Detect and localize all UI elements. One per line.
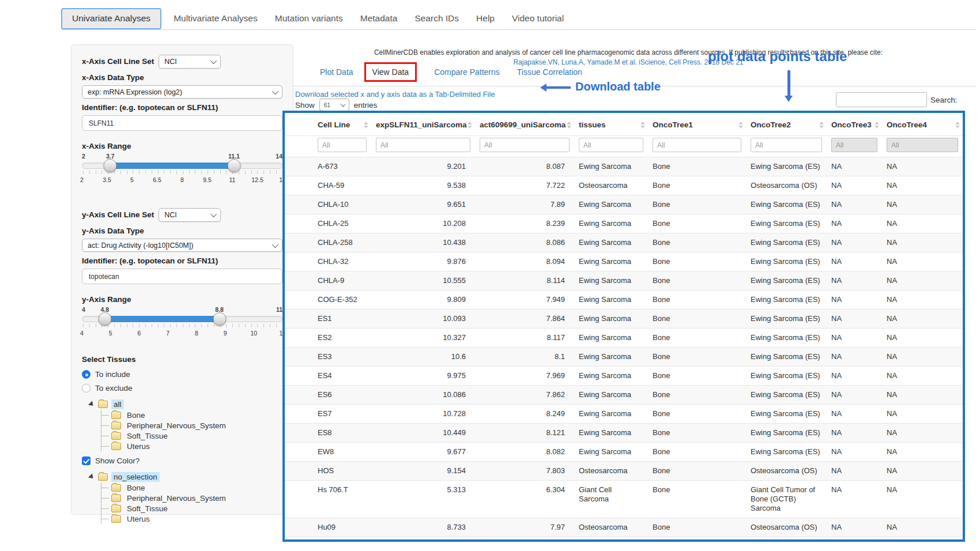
- tree-node-bone[interactable]: Bone: [101, 482, 282, 493]
- column-header-oncotree4[interactable]: OncoTree4: [882, 113, 963, 136]
- tree-node-label: Uterus: [125, 441, 152, 451]
- filter-input-oncotree2[interactable]: [751, 138, 822, 152]
- tree-node-peripheral-nervous-system[interactable]: Peripheral_Nervous_System: [101, 420, 282, 431]
- tree-node-no-selection[interactable]: no_selection: [89, 471, 282, 482]
- tree-node-bone[interactable]: Bone: [101, 410, 282, 420]
- cell-tissues: Osteosarcoma: [574, 518, 648, 537]
- column-header-oncotree2[interactable]: OncoTree2: [746, 113, 827, 136]
- column-header-act609699-unisarcoma[interactable]: act609699_uniSarcoma: [475, 113, 574, 136]
- folder-icon: [111, 484, 121, 492]
- view-tab-tissue-correlation[interactable]: Tissue Correlation: [517, 67, 582, 77]
- y-data-type-select[interactable]: act: Drug Activity (-log10[IC50M]): [82, 239, 282, 252]
- filter-input-expslfn11-unisarcoma[interactable]: [376, 138, 470, 152]
- cell-act609699-unisarcoma: 8.239: [475, 214, 574, 233]
- cell-oncotree3: NA: [827, 252, 882, 271]
- table-row: EW89.6778.082Ewing SarcomaBoneEwing Sarc…: [285, 443, 963, 462]
- radio-to-exclude[interactable]: To exclude: [82, 384, 282, 393]
- column-header-expslfn11-unisarcoma[interactable]: expSLFN11_uniSarcoma: [371, 113, 475, 136]
- sort-icon[interactable]: [738, 122, 743, 129]
- slider-handle-high[interactable]: [213, 312, 226, 326]
- nav-tab-video-tutorial[interactable]: Video tutorial: [503, 8, 572, 29]
- slider-handle-low[interactable]: [104, 159, 117, 172]
- sort-icon[interactable]: [364, 122, 368, 129]
- cell-oncotree3: NA: [827, 157, 882, 176]
- nav-tab-univariate-analyses[interactable]: Univariate Analyses: [61, 8, 161, 29]
- tree-node-soft-tissue[interactable]: Soft_Tissue: [101, 503, 282, 514]
- sort-icon[interactable]: [567, 122, 571, 129]
- filter-input-oncotree3[interactable]: [831, 138, 877, 152]
- filter-input-act609699-unisarcoma[interactable]: [480, 138, 570, 152]
- entries-label: entries: [354, 101, 378, 110]
- cell-oncotree4: NA: [882, 329, 963, 348]
- tree-node-uterus[interactable]: Uterus: [101, 441, 282, 451]
- tree-node-all[interactable]: all: [89, 398, 282, 410]
- nav-tab-help[interactable]: Help: [468, 8, 503, 29]
- nav-tab-search-ids[interactable]: Search IDs: [406, 8, 468, 29]
- cell-oncotree3: NA: [827, 386, 882, 405]
- cell-oncotree4: NA: [882, 252, 963, 271]
- y-cell-line-set-select[interactable]: NCI: [159, 208, 221, 222]
- column-header-cell-line[interactable]: Cell Line: [285, 113, 371, 136]
- select-tissues-label: Select Tissues: [82, 354, 282, 365]
- filter-input-oncotree4[interactable]: [887, 138, 958, 152]
- search-input[interactable]: [836, 92, 927, 107]
- nav-tab-multivariate-analyses[interactable]: Multivariate Analyses: [165, 8, 266, 29]
- sort-icon[interactable]: [468, 122, 472, 129]
- slider-handle-low[interactable]: [98, 312, 111, 326]
- filter-input-oncotree1[interactable]: [653, 138, 741, 152]
- sort-icon[interactable]: [955, 122, 960, 129]
- x-identifier-input[interactable]: [82, 115, 282, 131]
- tree-node-peripheral-nervous-system[interactable]: Peripheral_Nervous_System: [101, 493, 282, 503]
- cell-oncotree2: Ewing Sarcoma (ES): [746, 329, 827, 348]
- column-header-label: act609699_uniSarcoma: [480, 120, 566, 129]
- x-cell-line-set-select[interactable]: NCI: [159, 55, 221, 69]
- table-row: ES49.9757.969Ewing SarcomaBoneEwing Sarc…: [285, 367, 963, 386]
- view-tab-plot-data[interactable]: Plot Data: [320, 67, 353, 77]
- cell-act609699-unisarcoma: 7.949: [475, 290, 574, 310]
- filter-input-cell-line[interactable]: [318, 138, 367, 152]
- cell-oncotree4: NA: [882, 481, 963, 518]
- cell-expslfn11-unisarcoma: 9.677: [371, 443, 475, 462]
- nav-tab-metadata[interactable]: Metadata: [352, 8, 406, 29]
- show-entries-control: Show 61 entries: [295, 99, 377, 111]
- x-data-type-select[interactable]: exp: mRNA Expression (log2): [82, 85, 282, 99]
- folder-icon: [98, 473, 108, 481]
- column-header-tissues[interactable]: tissues: [574, 113, 648, 136]
- nav-tab-mutation-variants[interactable]: Mutation variants: [266, 8, 352, 29]
- view-tab-view-data[interactable]: View Data: [372, 67, 409, 77]
- sort-icon[interactable]: [819, 122, 824, 129]
- chevron-down-icon: [210, 58, 217, 64]
- download-tab-delimited-link[interactable]: Download selected x and y axis data as a…: [295, 90, 495, 99]
- folder-icon: [111, 443, 121, 450]
- sort-icon[interactable]: [875, 122, 879, 129]
- tree-node-soft-tissue[interactable]: Soft_Tissue: [101, 431, 282, 441]
- cell-cell-line: CHA-59: [285, 176, 371, 195]
- slider-tick-label: 6.5: [153, 176, 161, 183]
- slider-tick-label: 4: [80, 330, 84, 337]
- tree-expand-icon[interactable]: [88, 473, 95, 480]
- tree-node-uterus[interactable]: Uterus: [101, 514, 282, 524]
- entries-count-select[interactable]: 61: [319, 99, 349, 111]
- table-row: CHLA-329.8768.094Ewing SarcomaBoneEwing …: [285, 252, 963, 271]
- view-tab-compare-patterns[interactable]: Compare Patterns: [434, 67, 500, 77]
- table-row: CHLA-910.5558.114Ewing SarcomaBoneEwing …: [285, 271, 963, 290]
- cell-oncotree3: NA: [827, 329, 882, 348]
- sort-icon[interactable]: [640, 122, 645, 129]
- cell-oncotree2: Ewing Sarcoma (ES): [746, 348, 827, 367]
- column-header-label: expSLFN11_uniSarcoma: [376, 120, 467, 129]
- cell-expslfn11-unisarcoma: 9.975: [371, 367, 475, 386]
- tree-expand-icon[interactable]: [88, 401, 95, 407]
- radio-to-include[interactable]: To include: [82, 370, 282, 379]
- y-identifier-input[interactable]: [82, 269, 282, 284]
- cell-act609699-unisarcoma: 8.114: [475, 271, 574, 290]
- chevron-down-icon: [340, 101, 345, 107]
- x-cell-line-set-value: NCI: [164, 58, 177, 66]
- slider-handle-high[interactable]: [227, 159, 240, 172]
- view-tabs: Plot DataView DataCompare PatternsTissue…: [320, 67, 600, 77]
- cell-expslfn11-unisarcoma: 9.154: [371, 462, 475, 481]
- show-color-checkbox-row[interactable]: Show Color?: [82, 456, 282, 465]
- column-header-oncotree3[interactable]: OncoTree3: [827, 113, 882, 136]
- filter-input-tissues[interactable]: [579, 138, 643, 152]
- column-header-oncotree1[interactable]: OncoTree1: [648, 113, 746, 136]
- cell-cell-line: A-673: [285, 157, 371, 176]
